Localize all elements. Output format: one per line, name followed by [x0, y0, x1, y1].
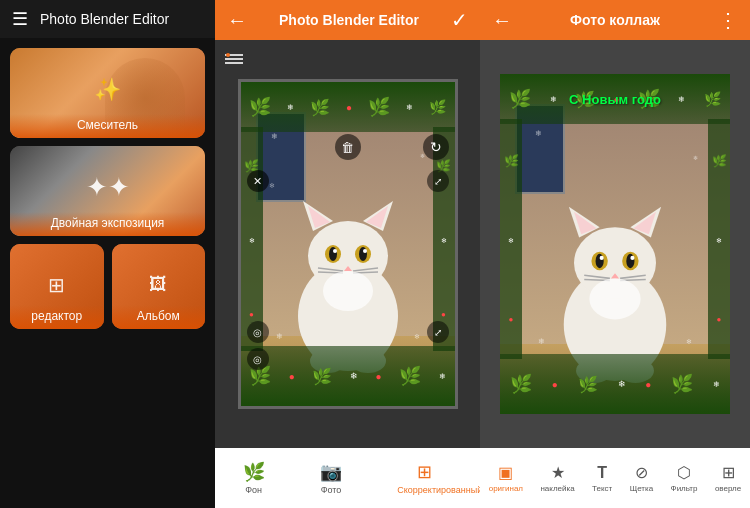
sticker-label: наклейка [540, 484, 574, 493]
refresh-photo-button[interactable]: ↻ [423, 134, 449, 160]
right-panel: ← Фото коллаж ⋮ С Новым годо [480, 0, 750, 508]
svg-point-3 [226, 53, 230, 57]
editor-label: редактор [10, 305, 104, 329]
delete-photo-button[interactable]: 🗑 [335, 134, 361, 160]
double-exposure-icon: ✦✦ [86, 172, 130, 203]
svg-point-14 [333, 249, 337, 253]
svg-point-12 [329, 247, 337, 261]
text-tool[interactable]: T Текст [589, 460, 615, 497]
fon-tool[interactable]: 🌿 Фон [237, 457, 271, 499]
album-label: Альбом [112, 305, 206, 329]
card-half-row: ⊞ редактор 🖼 Альбом [10, 244, 205, 329]
corrected-icon: ⊞ [417, 461, 432, 483]
photo-icon: 📷 [320, 461, 342, 483]
mid-photo-frame: 🌿 ❄ 🌿 ● 🌿 ❄ 🌿 🌿 ● 🌿 ❄ ● 🌿 ❄ [238, 79, 458, 409]
photo-tool[interactable]: 📷 Фото [314, 457, 348, 499]
snow1: ❄ [535, 129, 542, 138]
brush-label: Щетка [630, 484, 653, 493]
album-icon: 🖼 [149, 274, 167, 295]
fon-icon: 🌿 [243, 461, 265, 483]
brush-tool[interactable]: ⊘ Щетка [627, 459, 656, 497]
blender-label: Смеситель [10, 114, 205, 138]
new-year-text: С Новым годо [569, 92, 661, 107]
double-exposure-card[interactable]: ✦✦ Двойная экспозиция [10, 146, 205, 236]
svg-point-41 [589, 278, 640, 319]
album-card[interactable]: 🖼 Альбом [112, 244, 206, 329]
right-frame-left: 🌿 ❄ ● [500, 119, 522, 359]
right-header: ← Фото коллаж ⋮ [480, 0, 750, 40]
left-panel: ☰ Photo Blender Editor ✨ Смеситель ✦✦ Дв… [0, 0, 215, 508]
overlay-label: оверле [715, 484, 741, 493]
resize-button[interactable]: ⤢ [427, 170, 449, 192]
sticker-icon: ★ [551, 463, 565, 482]
overlay-icon: ⊞ [722, 463, 735, 482]
close-selection-button[interactable]: ✕ [247, 170, 269, 192]
fon-label: Фон [245, 485, 262, 495]
blender-card[interactable]: ✨ Смеситель [10, 48, 205, 138]
mid-back-button[interactable]: ← [227, 9, 247, 32]
right-frame-bottom: 🌿 ● 🌿 ❄ ● 🌿 ❄ [500, 354, 730, 414]
sticker-tool[interactable]: ★ наклейка [537, 459, 577, 497]
cat-svg-mid [273, 176, 423, 376]
mid-check-button[interactable]: ✓ [451, 8, 468, 32]
left-cards: ✨ Смеситель ✦✦ Двойная экспозиция ⊞ реда… [0, 38, 215, 508]
svg-point-32 [596, 254, 604, 268]
original-tool[interactable]: ▣ оригинал [486, 459, 526, 497]
left-header: ☰ Photo Blender Editor [0, 0, 215, 38]
left-panel-title: Photo Blender Editor [40, 11, 169, 27]
brush-icon: ⊘ [635, 463, 648, 482]
mid-header: ← Photo Blender Editor ✓ [215, 0, 480, 40]
svg-point-21 [323, 271, 373, 311]
text-icon: T [597, 464, 607, 482]
right-more-button[interactable]: ⋮ [718, 8, 738, 32]
blender-icon: ✨ [94, 77, 121, 103]
filter-tool[interactable]: ⬡ Фильтр [668, 459, 701, 497]
overlay-tool[interactable]: ⊞ оверле [712, 459, 744, 497]
photo-label: Фото [321, 485, 342, 495]
svg-point-22 [310, 349, 346, 373]
mid-toolbar: 🌿 Фон 📷 Фото ⊞ Скорректированный [215, 448, 480, 508]
editor-icon: ⊞ [48, 272, 65, 296]
bottom-left2-tool[interactable]: ◎ [247, 348, 269, 370]
right-photo-frame: С Новым годо [500, 74, 730, 414]
svg-point-33 [626, 254, 634, 268]
hamburger-icon[interactable]: ☰ [12, 8, 28, 30]
original-label: оригинал [489, 484, 523, 493]
mid-canvas: 🌿 ❄ 🌿 ● 🌿 ❄ 🌿 🌿 ● 🌿 ❄ ● 🌿 ❄ [215, 40, 480, 448]
snow2: ❄ [693, 154, 698, 161]
filter-icon: ⬡ [677, 463, 691, 482]
filter-label: Фильтр [671, 484, 698, 493]
corrected-tool[interactable]: ⊞ Скорректированный [391, 457, 458, 499]
svg-point-15 [363, 249, 367, 253]
corrected-label: Скорректированный [397, 485, 452, 495]
right-frame-right: 🌿 ❄ ● [708, 119, 730, 359]
svg-rect-2 [225, 62, 243, 64]
right-canvas: С Новым годо [480, 40, 750, 448]
snow4: ❄ [686, 338, 692, 346]
svg-point-34 [600, 256, 604, 260]
text-label: Текст [592, 484, 612, 493]
bottom-left-tool[interactable]: ◎ [247, 321, 269, 343]
svg-point-35 [630, 256, 634, 260]
right-header-title: Фото коллаж [570, 12, 660, 28]
right-toolbar: ▣ оригинал ★ наклейка T Текст ⊘ Щетка ⬡ … [480, 448, 750, 508]
bottom-right-tool[interactable]: ⤢ [427, 321, 449, 343]
snow3: ❄ [538, 337, 545, 346]
mid-header-title: Photo Blender Editor [279, 12, 419, 28]
svg-point-23 [350, 349, 386, 373]
layer-selector-icon[interactable] [223, 48, 245, 75]
mid-panel: ← Photo Blender Editor ✓ [215, 0, 480, 508]
double-exposure-label: Двойная экспозиция [10, 212, 205, 236]
original-icon: ▣ [498, 463, 513, 482]
right-back-button[interactable]: ← [492, 9, 512, 32]
svg-rect-1 [225, 58, 243, 60]
editor-card[interactable]: ⊞ редактор [10, 244, 104, 329]
svg-point-13 [359, 247, 367, 261]
